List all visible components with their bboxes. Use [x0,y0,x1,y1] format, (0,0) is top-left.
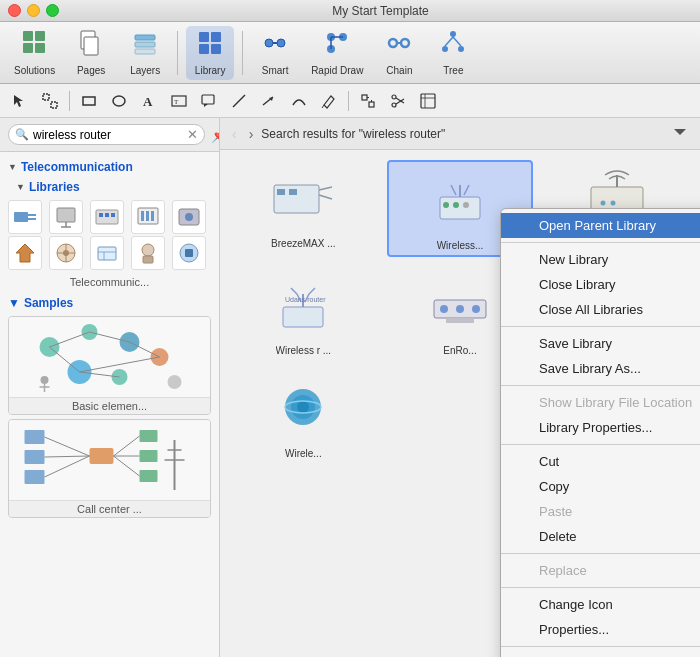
svg-point-124 [610,201,615,206]
ctx-item-delete[interactable]: Delete [501,524,700,549]
nav-forward-button[interactable]: › [245,124,258,144]
ctx-item-copy[interactable]: Copy [501,474,700,499]
lasso-tool[interactable] [36,87,64,115]
results-header: ‹ › Search results for "wireless router" [220,118,700,150]
ctx-item-cut[interactable]: Cut [501,449,700,474]
ctx-item-save-library[interactable]: Save Library [501,331,700,356]
search-input[interactable] [33,128,183,142]
tree-button[interactable]: Tree [429,26,477,80]
pages-button[interactable]: Pages [67,26,115,80]
svg-rect-29 [43,94,49,100]
pin-button[interactable]: 📌 [211,127,220,143]
sep5 [501,553,700,554]
libraries-label: Libraries [29,180,80,194]
select-tool[interactable] [6,87,34,115]
line-tool[interactable] [225,87,253,115]
right-panel: ‹ › Search results for "wireless router"… [220,118,700,657]
libraries-section-header[interactable]: ▼ Libraries [0,178,219,196]
comment-tool[interactable] [195,87,223,115]
svg-rect-9 [199,32,209,42]
nav-back-button[interactable]: ‹ [228,124,241,144]
curve-tool[interactable] [285,87,313,115]
lib-icon-7[interactable] [49,236,83,270]
maximize-button[interactable] [46,4,59,17]
ctx-item-new-library[interactable]: New Library [501,247,700,272]
results-label: Search results for "wireless router" [261,127,664,141]
svg-point-120 [463,202,469,208]
result-label-3: Wireless r ... [276,345,332,356]
textbox-tool[interactable]: T [165,87,193,115]
ctx-item-save-library-as[interactable]: Save Library As... [501,356,700,381]
svg-rect-110 [277,189,285,195]
ctx-item-close-library[interactable]: Close Library [501,272,700,297]
lib-icon-10[interactable] [172,236,206,270]
lib-icon-1[interactable] [8,200,42,234]
layers-button[interactable]: Layers [121,26,169,80]
text-tool[interactable]: A [135,87,163,115]
lib-icon-2[interactable] [49,200,83,234]
lib-icon-3[interactable] [90,200,124,234]
svg-marker-108 [674,129,686,135]
minimize-button[interactable] [27,4,40,17]
smart-button[interactable]: Smart [251,26,299,80]
transform-tool[interactable] [354,87,382,115]
sample-card-1[interactable]: Basic elemen... [8,316,211,415]
ctx-label-close-all: Close All Libraries [539,302,643,317]
sep1 [501,242,700,243]
draw-sep-1 [69,91,70,111]
chain-button[interactable]: Chain [375,26,423,80]
rapid-draw-label: Rapid Draw [311,65,363,76]
clear-search-button[interactable]: ✕ [187,127,198,142]
scissors-tool[interactable] [384,87,412,115]
oval-tool[interactable] [105,87,133,115]
lib-icon-5[interactable] [172,200,206,234]
svg-point-82 [168,375,182,389]
svg-rect-92 [25,430,45,444]
solutions-button[interactable]: Solutions [8,26,61,80]
search-input-wrap[interactable]: 🔍 ✕ [8,124,205,145]
samples-section-header[interactable]: ▼ Samples [0,292,219,312]
lib-icon-6[interactable] [8,236,42,270]
results-dropdown-button[interactable] [668,122,692,145]
svg-point-118 [443,202,449,208]
telecom-section-header[interactable]: ▼ Telecommunication [0,156,219,178]
lib-name-label: Telecommunic... [0,274,219,292]
svg-point-123 [600,201,605,206]
ctx-item-change-icon[interactable]: Change Icon [501,592,700,617]
svg-line-102 [114,436,140,456]
lib-icon-9[interactable] [131,236,165,270]
pencil-tool[interactable] [315,87,343,115]
arrow-tool[interactable] [255,87,283,115]
rapid-draw-button[interactable]: Rapid Draw [305,26,369,80]
rect-tool[interactable] [75,87,103,115]
format-tool[interactable] [414,87,442,115]
library-button[interactable]: Library [186,26,234,80]
search-icon: 🔍 [15,128,29,141]
lib-icon-8[interactable] [90,236,124,270]
sample-card-2[interactable]: Call center ... [8,419,211,518]
svg-rect-101 [140,470,158,482]
result-item-6[interactable]: Wirele... [230,370,377,463]
ctx-item-view-icons[interactable]: View as Icons [501,651,700,657]
context-menu: Open Parent LibraryNew LibraryClose Libr… [500,208,700,657]
lib-icon-4[interactable] [131,200,165,234]
ctx-item-paste: Paste [501,499,700,524]
close-button[interactable] [8,4,21,17]
window-controls[interactable] [8,4,59,17]
svg-rect-6 [135,35,155,40]
svg-rect-41 [369,102,374,107]
svg-point-14 [277,39,285,47]
svg-rect-0 [23,31,33,41]
svg-rect-50 [28,214,36,216]
ctx-item-close-all[interactable]: Close All Libraries [501,297,700,322]
ctx-item-library-props[interactable]: Library Properties... [501,415,700,440]
ctx-item-open-parent[interactable]: Open Parent Library [501,213,700,238]
toolbar-separator-1 [177,31,178,75]
samples-label: Samples [24,296,73,310]
svg-rect-61 [146,211,149,221]
ctx-label-properties: Properties... [539,622,609,637]
result-item-0[interactable]: BreezeMAX ... [230,160,377,257]
sep7 [501,646,700,647]
result-item-3[interactable]: Udans router Wireless r ... [230,267,377,360]
ctx-item-properties[interactable]: Properties... [501,617,700,642]
